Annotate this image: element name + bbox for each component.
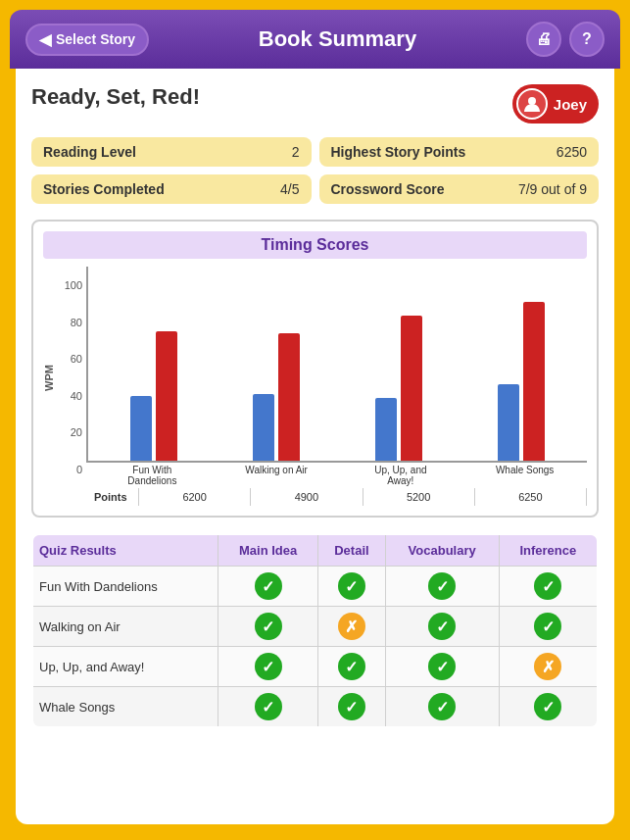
stories-completed-stat: Stories Completed 4/5: [31, 174, 312, 204]
quiz-result-cell: ✓: [218, 647, 318, 687]
chart-col-label: Whale Songs: [462, 463, 587, 488]
header: ◀ Select Story Book Summary 🖨 ?: [10, 10, 620, 69]
red-bar-label: 66: [161, 319, 171, 329]
quiz-result-cell: ✓: [218, 607, 318, 647]
red-bar-label: 65: [283, 321, 294, 331]
quiz-result-cell: ✓: [499, 607, 598, 647]
quiz-results-table: Quiz Results Main Idea Detail Vocabulary…: [31, 533, 599, 728]
chart-bars-section: 3366346532743981 Fun With DandelionsWalk…: [86, 267, 587, 488]
quiz-result-cell: ✓: [499, 687, 598, 728]
points-row: Points6200490052006250: [90, 488, 587, 506]
bars-row: 3366346532743981: [86, 267, 587, 463]
table-row: Up, Up, and Away!✓✓✓✗: [32, 647, 598, 687]
y-axis: 0 20 40 60 80 100: [57, 279, 86, 475]
blue-bar-label: 34: [258, 381, 268, 392]
blue-bar-wrapper: 32: [375, 267, 397, 461]
reading-level-value: 2: [292, 144, 300, 160]
blue-bar: [375, 398, 397, 461]
bar-group: 3981: [460, 267, 583, 461]
points-cell: 4900: [251, 488, 363, 506]
help-button[interactable]: ?: [569, 22, 605, 57]
check-icon: ✓: [534, 572, 561, 600]
table-row: Walking on Air✓✗✓✓: [32, 607, 598, 647]
chart-col-label: Fun With Dandelions: [90, 463, 215, 488]
points-cell: 5200: [363, 488, 475, 506]
user-icon: [522, 94, 542, 114]
user-name: Joey: [554, 96, 587, 113]
bar-group: 3274: [338, 267, 460, 461]
quiz-result-cell: ✓: [385, 687, 499, 728]
story-name-cell: Whale Songs: [32, 687, 218, 728]
check-icon: ✓: [534, 613, 561, 640]
back-arrow-icon: ◀: [39, 30, 51, 49]
points-cell: 6250: [475, 488, 587, 506]
back-button[interactable]: ◀ Select Story: [25, 24, 149, 56]
highest-story-points-stat: Highest Story Points 6250: [319, 137, 600, 167]
cross-icon: ✗: [534, 653, 561, 680]
quiz-result-cell: ✓: [318, 647, 385, 687]
quiz-result-cell: ✓: [318, 687, 385, 728]
quiz-col-main-idea: Main Idea: [218, 534, 318, 567]
quiz-result-cell: ✓: [218, 567, 318, 607]
check-icon: ✓: [338, 693, 365, 720]
check-icon: ✓: [255, 572, 282, 600]
chart-labels-row: Fun With DandelionsWalking on AirUp, Up,…: [86, 463, 587, 488]
chart-title: Timing Scores: [43, 231, 587, 259]
quiz-result-cell: ✓: [218, 687, 318, 728]
red-bar-wrapper: 65: [278, 267, 300, 461]
red-bar-label: 74: [407, 303, 417, 314]
points-cell: 6200: [139, 488, 251, 506]
chart-col-label: Walking on Air: [215, 463, 339, 488]
story-name-cell: Up, Up, and Away!: [32, 647, 218, 687]
check-icon: ✓: [428, 613, 456, 640]
blue-bar-label: 32: [381, 385, 392, 396]
stories-completed-label: Stories Completed: [43, 181, 165, 197]
red-bar-wrapper: 81: [523, 267, 545, 461]
book-title: Ready, Set, Red!: [31, 84, 200, 110]
check-icon: ✓: [534, 693, 561, 720]
y-axis-label: WPM: [43, 365, 55, 391]
print-button[interactable]: 🖨: [526, 22, 561, 57]
reading-level-label: Reading Level: [43, 144, 136, 160]
table-row: Fun With Dandelions✓✓✓✓: [32, 567, 598, 607]
back-label: Select Story: [56, 31, 135, 47]
quiz-result-cell: ✓: [499, 567, 598, 607]
check-icon: ✓: [255, 613, 282, 640]
points-header: Points: [90, 488, 139, 506]
quiz-result-cell: ✓: [318, 567, 385, 607]
reading-level-stat: Reading Level 2: [31, 137, 312, 167]
story-name-cell: Fun With Dandelions: [32, 567, 218, 607]
quiz-result-cell: ✗: [318, 607, 385, 647]
bar-group: 3366: [92, 267, 215, 461]
quiz-result-cell: ✓: [385, 647, 499, 687]
red-bar: [156, 331, 177, 461]
user-badge: Joey: [512, 84, 599, 124]
top-section: Ready, Set, Red! Joey: [31, 84, 599, 124]
red-bar: [523, 302, 545, 461]
quiz-result-cell: ✗: [499, 647, 598, 687]
check-icon: ✓: [428, 653, 456, 680]
crossword-score-label: Crossword Score: [331, 181, 445, 197]
blue-bar-label: 33: [135, 383, 146, 394]
check-icon: ✓: [338, 572, 365, 600]
header-actions: 🖨 ?: [526, 22, 605, 57]
table-row: Whale Songs✓✓✓✓: [32, 687, 598, 728]
quiz-result-cell: ✓: [385, 567, 499, 607]
quiz-col-detail: Detail: [318, 534, 385, 567]
red-bar-wrapper: 74: [401, 267, 422, 461]
blue-bar-wrapper: 34: [253, 267, 274, 461]
blue-bar-wrapper: 39: [498, 267, 519, 461]
blue-bar-label: 39: [504, 371, 514, 382]
main-content: Ready, Set, Red! Joey Reading Level 2 Hi…: [16, 69, 614, 824]
blue-bar: [253, 394, 274, 461]
blue-bar: [498, 384, 519, 461]
stories-completed-value: 4/5: [280, 181, 299, 197]
red-bar: [278, 333, 300, 461]
blue-bar: [130, 396, 152, 461]
story-name-cell: Walking on Air: [32, 607, 218, 647]
page-title: Book Summary: [149, 26, 526, 52]
red-bar-wrapper: 66: [156, 267, 177, 461]
check-icon: ✓: [338, 653, 365, 680]
red-bar: [401, 316, 422, 461]
quiz-col-vocabulary: Vocabulary: [385, 534, 499, 567]
